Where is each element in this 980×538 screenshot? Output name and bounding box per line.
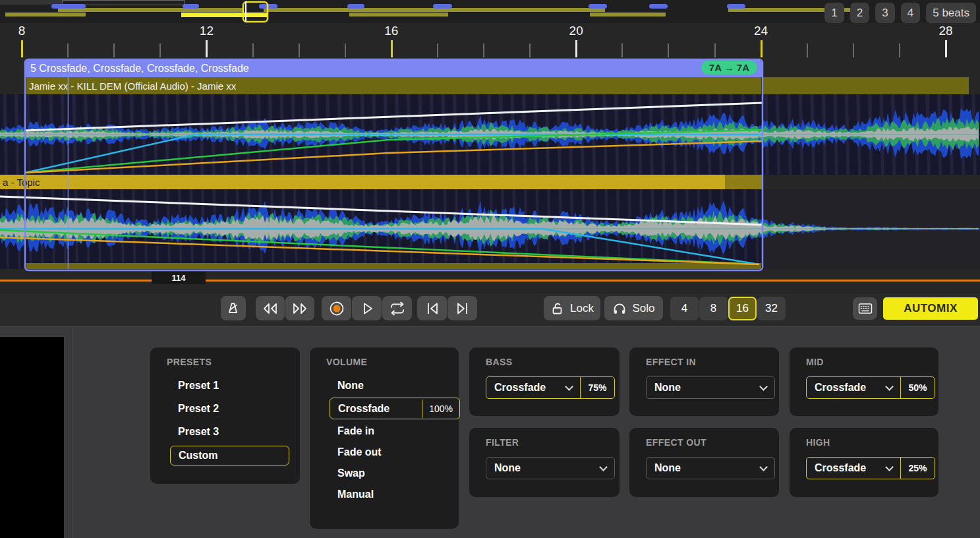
transition-block-header[interactable]: 5 Crossfade, Crossfade, Crossfade, Cross… (25, 59, 763, 77)
mid-percent[interactable]: 50% (900, 377, 935, 398)
volume-option-fade-in[interactable]: Fade in (330, 422, 448, 440)
ruler-minor-tick (113, 44, 115, 57)
beat-length-5-beats[interactable]: 5 beats (926, 3, 976, 23)
bass-percent[interactable]: 75% (580, 377, 614, 398)
high-panel: HIGH Crossfade 25% (790, 428, 938, 497)
filter-select[interactable]: None (486, 457, 615, 479)
ruler-minor-tick (668, 44, 669, 57)
skip-to-start-button[interactable] (417, 296, 447, 320)
loop-length-32[interactable]: 32 (757, 297, 786, 320)
lock-open-icon (550, 301, 565, 316)
ruler-beat-label: 16 (384, 24, 398, 38)
beat-length-2[interactable]: 2 (850, 3, 869, 23)
chevron-down-icon (759, 463, 768, 471)
record-icon (328, 300, 345, 317)
automix-button[interactable]: AUTOMIX (883, 297, 978, 320)
volume-crossfade-label: Crossfade (330, 403, 422, 415)
minimap-highlighted-segment (181, 13, 267, 17)
high-select[interactable]: Crossfade 25% (806, 457, 935, 479)
beat-length-1[interactable]: 1 (824, 3, 844, 23)
ruler-major-tick (575, 40, 577, 57)
ruler-minor-tick (853, 44, 854, 57)
ruler-minor-tick (807, 44, 808, 57)
skip-to-end-icon (455, 301, 471, 316)
volume-crossfade-percent[interactable]: 100% (422, 400, 459, 418)
record-button[interactable] (322, 296, 351, 320)
loop-icon (389, 301, 406, 316)
volume-option-none[interactable]: None (330, 376, 448, 395)
ruler-beat-label: 28 (938, 24, 952, 38)
ruler-minor-tick (529, 44, 531, 57)
metronome-button[interactable] (221, 296, 246, 320)
effect-out-panel: EFFECT OUT None (629, 428, 779, 497)
loop-length-4[interactable]: 4 (670, 297, 699, 320)
skip-to-end-button[interactable] (447, 296, 477, 320)
timeline-ruler[interactable]: 81216202428 (0, 23, 980, 58)
footer-divider (72, 326, 73, 538)
volume-option-fade-out[interactable]: Fade out (330, 443, 448, 462)
volume-option-crossfade-selected[interactable]: Crossfade 100% (330, 398, 460, 419)
solo-button[interactable]: Solo (604, 296, 663, 320)
loop-length-16[interactable]: 16 (728, 297, 757, 320)
track1-clip-bar-continuation[interactable] (763, 77, 969, 94)
presets-label: PRESETS (167, 357, 289, 367)
keyboard-shortcuts-button[interactable] (853, 297, 877, 320)
ruler-major-tick (945, 40, 947, 57)
mid-label: MID (806, 357, 928, 367)
high-percent[interactable]: 25% (900, 458, 935, 479)
ruler-minor-tick (483, 44, 484, 57)
beat-length-buttons: 1 2 3 4 5 beats (824, 3, 976, 23)
high-select-value: Crossfade (807, 462, 886, 474)
effect-in-select[interactable]: None (646, 376, 775, 399)
effect-out-select[interactable]: None (646, 457, 775, 479)
ruler-minor-tick (714, 44, 716, 57)
ruler-beat-label: 8 (18, 24, 26, 38)
dj-mix-editor: 1 2 3 4 5 beats 81216202428 5 Crossfade,… (0, 0, 980, 538)
presets-panel: PRESETS Preset 1 Preset 2 Preset 3 Custo… (150, 347, 300, 484)
lock-label: Lock (570, 302, 594, 315)
effect-out-select-value: None (647, 462, 761, 474)
high-label: HIGH (806, 437, 928, 448)
lock-button[interactable]: Lock (544, 296, 600, 320)
volume-panel: VOLUME None Crossfade 100% Fade in Fade … (310, 347, 459, 529)
ruler-minor-tick (437, 44, 438, 57)
skip-to-start-icon (424, 301, 440, 316)
beat-length-3[interactable]: 3 (875, 3, 894, 23)
bass-panel: BASS Crossfade 75% (469, 347, 620, 416)
fast-forward-button[interactable] (285, 296, 314, 320)
volume-option-swap[interactable]: Swap (330, 464, 448, 483)
mid-panel: MID Crossfade 50% (790, 347, 938, 416)
volume-label: VOLUME (326, 357, 448, 367)
preset-1-option[interactable]: Preset 1 (170, 376, 289, 395)
mix-overview-minimap[interactable]: 1 2 3 4 5 beats (0, 0, 980, 23)
volume-option-manual[interactable]: Manual (330, 485, 448, 504)
ruler-minor-tick (67, 44, 69, 57)
preset-2-option[interactable]: Preset 2 (170, 400, 289, 418)
ruler-major-tick (761, 40, 763, 57)
filter-panel: FILTER None (469, 428, 620, 497)
play-button[interactable] (352, 296, 382, 320)
chevron-down-icon (885, 463, 894, 471)
bass-select[interactable]: Crossfade 75% (486, 376, 615, 399)
bass-select-value: Crossfade (486, 382, 566, 394)
track2-clip-bar[interactable]: a - Topic (0, 175, 725, 189)
track2-clip-bar-overlap[interactable] (725, 175, 763, 189)
preset-custom-option-selected[interactable]: Custom (170, 446, 289, 465)
beat-length-4[interactable]: 4 (901, 3, 920, 23)
ruler-minor-tick (159, 44, 161, 57)
ruler-major-tick (391, 40, 393, 57)
loop-button[interactable] (382, 296, 412, 320)
ruler-beat-label: 24 (754, 24, 768, 38)
arrangement-area[interactable]: 5 Crossfade, Crossfade, Crossfade, Cross… (0, 58, 980, 293)
track2-title: a - Topic (3, 177, 40, 188)
minimap-scroll-hatch (0, 0, 63, 5)
mid-select[interactable]: Crossfade 50% (806, 376, 935, 399)
loop-length-8[interactable]: 8 (699, 297, 728, 320)
track1-clip-bar[interactable]: Jamie xx - KILL DEM (Official Audio) - J… (26, 77, 761, 94)
effect-in-select-value: None (647, 382, 761, 394)
chevron-down-icon (565, 382, 573, 391)
preset-3-option[interactable]: Preset 3 (170, 423, 289, 441)
ruler-minor-tick (345, 44, 346, 57)
ruler-minor-tick (899, 44, 900, 57)
rewind-button[interactable] (256, 296, 285, 320)
